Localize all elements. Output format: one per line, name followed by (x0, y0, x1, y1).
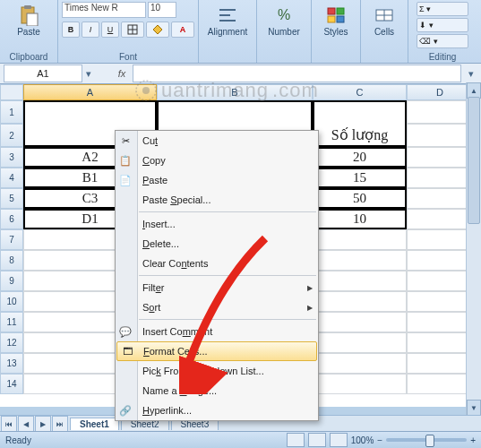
name-box[interactable]: A1 (4, 65, 82, 82)
zoom-out-button[interactable]: − (377, 435, 382, 445)
cell[interactable] (407, 209, 473, 229)
cell[interactable] (313, 271, 407, 291)
alignment-button[interactable]: Alignment (207, 2, 248, 39)
row-header[interactable]: 13 (0, 353, 23, 374)
autosum-button[interactable]: Σ ▾ (417, 2, 468, 16)
col-header-b[interactable]: B (157, 84, 313, 100)
cell[interactable] (407, 353, 473, 374)
cell[interactable] (313, 353, 407, 374)
menu-insert-comment[interactable]: 💬Insert Comment (116, 322, 318, 341)
view-normal-button[interactable] (287, 433, 305, 447)
italic-button[interactable]: I (82, 22, 99, 38)
zoom-slider[interactable] (386, 438, 467, 442)
col-header-c[interactable]: C (313, 84, 407, 100)
row-header[interactable]: 2 (0, 124, 23, 147)
cell[interactable] (407, 332, 473, 353)
fx-icon[interactable]: fx (115, 68, 129, 79)
zoom-in-button[interactable]: + (470, 435, 476, 445)
cell[interactable] (407, 291, 473, 312)
cell[interactable]: 20 (313, 147, 407, 168)
menu-filter[interactable]: Filter▶ (116, 278, 318, 297)
cell[interactable] (313, 332, 407, 353)
cell[interactable] (313, 312, 407, 332)
font-color-button[interactable]: A (171, 22, 194, 38)
menu-cut[interactable]: ✂Cut (116, 131, 318, 151)
tab-nav-next[interactable]: ▶ (35, 416, 51, 432)
menu-format-cells[interactable]: 🗔Format Cells... (116, 341, 317, 361)
menu-delete[interactable]: Delete... (116, 234, 318, 254)
row-header[interactable]: 7 (0, 229, 23, 250)
cell[interactable]: 50 (313, 188, 407, 209)
formula-input[interactable] (133, 65, 461, 82)
cell[interactable] (313, 229, 407, 250)
row-header[interactable]: 4 (0, 168, 23, 188)
cell[interactable]: Số lượng (313, 124, 407, 147)
formula-bar-expand[interactable]: ▾ (465, 68, 477, 80)
fill-button[interactable]: ⬇ ▾ (417, 18, 468, 32)
menu-name-range[interactable]: Name a Range... (116, 381, 318, 401)
cell[interactable] (407, 124, 473, 147)
styles-button[interactable]: Styles (315, 2, 356, 39)
number-format-button[interactable]: % Number (263, 2, 305, 39)
row-header[interactable]: 10 (0, 291, 23, 312)
tab-nav-first[interactable]: ⏮ (1, 416, 17, 432)
view-pagebreak-button[interactable] (330, 433, 348, 447)
col-header-d[interactable]: D (407, 84, 473, 100)
menu-paste[interactable]: 📄Paste (116, 170, 318, 190)
row-header[interactable]: 8 (0, 250, 23, 271)
cell[interactable] (313, 250, 407, 271)
row-header[interactable]: 11 (0, 312, 23, 332)
border-button[interactable] (121, 22, 144, 38)
col-header-a[interactable]: A (23, 84, 157, 100)
cell[interactable] (23, 100, 157, 124)
tab-nav-prev[interactable]: ◀ (18, 416, 34, 432)
name-box-dropdown[interactable]: ▾ (82, 68, 95, 80)
font-name-selector[interactable]: Times New R (62, 2, 146, 18)
cell[interactable] (407, 250, 473, 271)
cell[interactable]: 10 (313, 209, 407, 229)
tab-nav-last[interactable]: ⏭ (52, 416, 68, 432)
row-header[interactable]: 14 (0, 374, 23, 394)
clear-button[interactable]: ⌫ ▾ (417, 34, 468, 48)
zoom-level[interactable]: 100% (351, 435, 374, 445)
scroll-down-button[interactable]: ▼ (467, 400, 481, 416)
fill-color-button[interactable] (146, 22, 169, 38)
row-header[interactable]: 5 (0, 188, 23, 209)
underline-button[interactable]: U (101, 22, 119, 38)
cell[interactable] (407, 374, 473, 394)
row-header[interactable]: 3 (0, 147, 23, 168)
cell[interactable] (407, 312, 473, 332)
cell[interactable] (407, 100, 473, 124)
row-header[interactable]: 6 (0, 209, 23, 229)
cells-button[interactable]: Cells (364, 2, 405, 39)
menu-paste-special[interactable]: Paste Special... (116, 190, 318, 210)
cell[interactable] (157, 100, 313, 124)
cell[interactable] (313, 374, 407, 394)
cell[interactable] (407, 147, 473, 168)
cell[interactable] (407, 271, 473, 291)
row-header[interactable]: 9 (0, 271, 23, 291)
scroll-thumb[interactable] (468, 97, 480, 224)
row-header[interactable]: 1 (0, 100, 23, 124)
menu-sort[interactable]: Sort▶ (116, 297, 318, 317)
menu-hyperlink[interactable]: 🔗Hyperlink... (116, 401, 318, 420)
select-all-corner[interactable] (0, 84, 23, 100)
bold-button[interactable]: B (62, 22, 80, 38)
menu-clear-contents[interactable]: Clear Contents (116, 254, 318, 273)
cell[interactable] (313, 291, 407, 312)
cell[interactable] (407, 188, 473, 209)
menu-pick-from-list[interactable]: Pick From Drop-down List... (116, 361, 318, 381)
cell[interactable]: 15 (313, 168, 407, 188)
menu-copy[interactable]: 📋Copy (116, 151, 318, 170)
paste-button[interactable]: Paste (8, 2, 49, 39)
cell[interactable] (313, 100, 407, 124)
menu-insert[interactable]: Insert... (116, 214, 318, 234)
cell[interactable] (407, 168, 473, 188)
zoom-thumb[interactable] (425, 435, 434, 447)
font-size-selector[interactable]: 10 (148, 2, 176, 18)
view-layout-button[interactable] (308, 433, 326, 447)
cell[interactable] (407, 229, 473, 250)
row-header[interactable]: 12 (0, 332, 23, 353)
sheet-tab-1[interactable]: Sheet1 (70, 418, 119, 430)
vertical-scrollbar[interactable]: ▲ ▼ (466, 82, 481, 416)
